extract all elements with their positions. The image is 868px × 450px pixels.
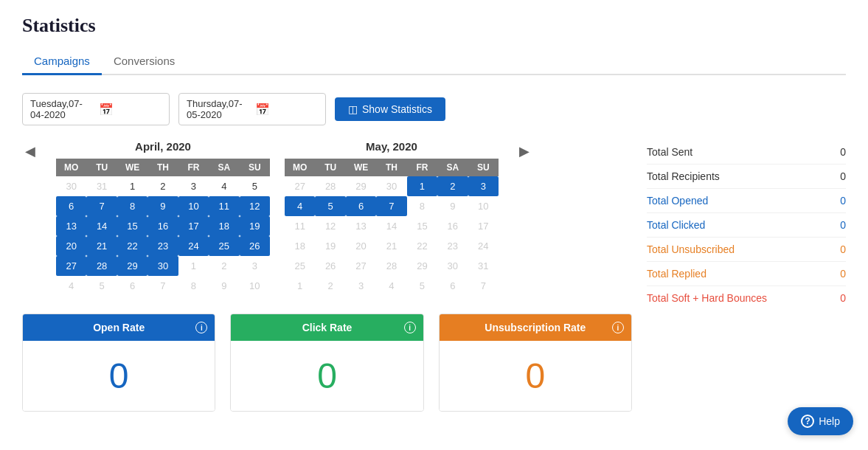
calendar-day[interactable]: 4 <box>56 276 86 296</box>
calendar-day[interactable]: 7 <box>86 196 117 216</box>
calendar-day[interactable]: 24 <box>178 236 209 256</box>
calendar-day[interactable]: 30 <box>56 176 86 196</box>
calendar-day[interactable]: 20 <box>56 236 86 256</box>
calendar-day[interactable]: 12 <box>315 216 345 236</box>
calendar-day[interactable]: 13 <box>346 216 376 236</box>
calendar-day[interactable]: 21 <box>86 236 117 256</box>
calendar-day[interactable]: 3 <box>178 176 209 196</box>
calendar-day[interactable]: 31 <box>468 256 499 276</box>
tab-conversions[interactable]: Conversions <box>102 49 187 75</box>
calendar-day[interactable]: 8 <box>407 196 437 216</box>
start-date-calendar-icon[interactable]: 📅 <box>99 103 162 117</box>
calendar-day[interactable]: 9 <box>437 196 468 216</box>
calendar-day[interactable]: 19 <box>315 236 345 256</box>
calendar-day[interactable]: 2 <box>437 176 468 196</box>
calendar-day[interactable]: 11 <box>285 216 315 236</box>
calendar-day[interactable]: 16 <box>437 216 468 236</box>
tab-campaigns[interactable]: Campaigns <box>22 49 102 75</box>
calendar-day[interactable]: 7 <box>468 276 499 296</box>
calendar-day[interactable]: 20 <box>346 236 376 256</box>
calendar-day[interactable]: 25 <box>209 236 239 256</box>
info-icon-unsub[interactable]: i <box>612 322 624 333</box>
calendar-day[interactable]: 8 <box>178 276 209 296</box>
calendar-day[interactable]: 9 <box>209 276 239 296</box>
calendar-day[interactable]: 18 <box>209 216 239 236</box>
calendar-day[interactable]: 6 <box>56 196 86 216</box>
calendar-day[interactable]: 28 <box>376 256 406 276</box>
prev-month-arrow[interactable]: ◀ <box>22 140 41 162</box>
col-sa: SA <box>209 159 239 176</box>
show-statistics-button[interactable]: ◫ Show Statistics <box>335 97 445 121</box>
calendar-day[interactable]: 5 <box>86 276 117 296</box>
calendar-day[interactable]: 3 <box>240 256 270 276</box>
april-header: MO TU WE TH FR SA SU <box>56 159 270 176</box>
calendar-day[interactable]: 4 <box>285 196 315 216</box>
calendar-day[interactable]: 10 <box>178 196 209 216</box>
calendar-day[interactable]: 27 <box>346 256 376 276</box>
calendar-day[interactable]: 22 <box>117 236 147 256</box>
calendar-day[interactable]: 28 <box>315 176 345 196</box>
end-date-calendar-icon[interactable]: 📅 <box>255 103 318 117</box>
calendar-day[interactable]: 5 <box>407 276 437 296</box>
calendar-day[interactable]: 24 <box>468 236 499 256</box>
calendar-day[interactable]: 23 <box>147 236 178 256</box>
calendar-day[interactable]: 10 <box>468 196 499 216</box>
calendar-day[interactable]: 30 <box>147 256 178 276</box>
calendar-day[interactable]: 8 <box>117 196 147 216</box>
calendar-day[interactable]: 14 <box>86 216 117 236</box>
calendar-day[interactable]: 3 <box>346 276 376 296</box>
calendar-day[interactable]: 23 <box>437 236 468 256</box>
calendar-day[interactable]: 31 <box>86 176 117 196</box>
info-icon-click[interactable]: i <box>404 322 416 333</box>
calendar-day[interactable]: 7 <box>376 196 406 216</box>
help-button[interactable]: ? Help <box>788 407 853 435</box>
calendar-day[interactable]: 29 <box>117 256 147 276</box>
end-date-input[interactable]: Thursday,07-05-2020 📅 <box>178 93 326 125</box>
calendar-day[interactable]: 30 <box>437 256 468 276</box>
calendar-day[interactable]: 30 <box>376 176 406 196</box>
calendar-day[interactable]: 1 <box>285 276 315 296</box>
calendar-day[interactable]: 25 <box>285 256 315 276</box>
calendar-day[interactable]: 27 <box>285 176 315 196</box>
info-icon-open[interactable]: i <box>195 322 207 333</box>
calendar-day[interactable]: 10 <box>240 276 270 296</box>
start-date-input[interactable]: Tuesday,07-04-2020 📅 <box>22 93 170 125</box>
calendar-day[interactable]: 5 <box>315 196 345 216</box>
calendar-day[interactable]: 17 <box>468 216 499 236</box>
calendar-day[interactable]: 27 <box>56 256 86 276</box>
calendar-day[interactable]: 21 <box>376 236 406 256</box>
next-month-arrow[interactable]: ▶ <box>513 140 532 162</box>
calendar-day[interactable]: 22 <box>407 236 437 256</box>
calendar-day[interactable]: 2 <box>315 276 345 296</box>
calendar-day[interactable]: 12 <box>240 196 270 216</box>
calendar-day[interactable]: 19 <box>240 216 270 236</box>
calendar-day[interactable]: 5 <box>240 176 270 196</box>
bar-chart-icon: ◫ <box>348 103 358 115</box>
calendar-day[interactable]: 7 <box>147 276 178 296</box>
calendar-day[interactable]: 16 <box>147 216 178 236</box>
calendar-day[interactable]: 13 <box>56 216 86 236</box>
calendar-day[interactable]: 26 <box>240 236 270 256</box>
calendar-day[interactable]: 26 <box>315 256 345 276</box>
calendar-day[interactable]: 11 <box>209 196 239 216</box>
calendar-day[interactable]: 14 <box>376 216 406 236</box>
calendar-day[interactable]: 1 <box>117 176 147 196</box>
calendar-day[interactable]: 4 <box>376 276 406 296</box>
calendar-day[interactable]: 6 <box>346 196 376 216</box>
calendar-day[interactable]: 18 <box>285 236 315 256</box>
calendar-day[interactable]: 4 <box>209 176 239 196</box>
calendar-day[interactable]: 15 <box>117 216 147 236</box>
calendar-day[interactable]: 9 <box>147 196 178 216</box>
calendar-day[interactable]: 2 <box>209 256 239 276</box>
calendar-day[interactable]: 17 <box>178 216 209 236</box>
calendar-day[interactable]: 6 <box>117 276 147 296</box>
calendar-day[interactable]: 2 <box>147 176 178 196</box>
calendar-day[interactable]: 29 <box>407 256 437 276</box>
calendar-day[interactable]: 6 <box>437 276 468 296</box>
calendar-day[interactable]: 3 <box>468 176 499 196</box>
calendar-day[interactable]: 28 <box>86 256 117 276</box>
calendar-day[interactable]: 1 <box>178 256 209 276</box>
calendar-day[interactable]: 29 <box>346 176 376 196</box>
calendar-day[interactable]: 1 <box>407 176 437 196</box>
calendar-day[interactable]: 15 <box>407 216 437 236</box>
